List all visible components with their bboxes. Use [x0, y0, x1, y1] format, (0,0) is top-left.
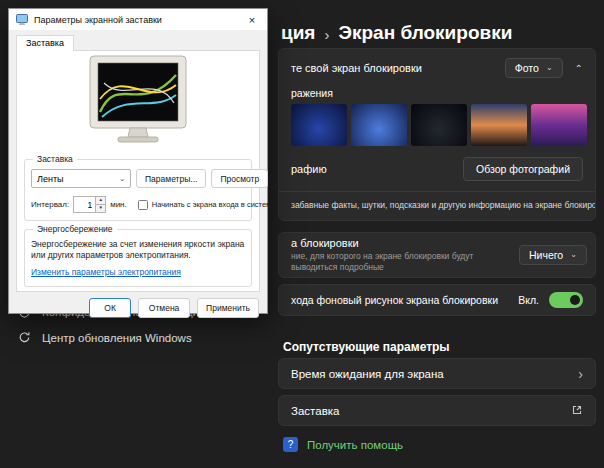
get-help-label: Получить помощь	[307, 439, 403, 451]
interval-row: Интервал: ▲ ▼ мин. Начинать с экрана вхо…	[31, 196, 245, 213]
chevron-right-icon: ›	[578, 366, 583, 382]
breadcrumb-parent[interactable]: ция	[281, 22, 315, 44]
energy-group-label: Энергосбережение	[33, 224, 117, 234]
signin-background-card: хода фоновый рисунок экрана блокировки В…	[278, 284, 596, 316]
screen-timeout-label: Время ожидания для экрана	[291, 368, 444, 380]
browse-photos-row: рафию Обзор фотографий	[279, 146, 595, 191]
spin-up-icon[interactable]: ▲	[96, 197, 105, 204]
fun-facts-label: забавные факты, шутки, подсказки и другу…	[279, 191, 595, 220]
interval-stepper[interactable]: ▲ ▼	[73, 196, 106, 213]
interval-input[interactable]	[73, 196, 95, 213]
chevron-down-icon: ⌄	[570, 251, 577, 259]
related-settings-heading: Сопутствующие параметры	[283, 340, 450, 354]
breadcrumb: ция › Экран блокировки	[281, 22, 512, 44]
screen-timeout-row[interactable]: Время ожидания для экрана ›	[278, 358, 596, 389]
personalize-lockscreen-card: те свой экран блокировки Фото ⌄ ⌃ ражени…	[278, 48, 596, 221]
screensaver-settings-button[interactable]: Параметры...	[136, 169, 206, 188]
lockscreen-status-subtitle: ние, для которого на экране блокировки б…	[291, 251, 519, 273]
lockscreen-thumbnail-sunset[interactable]	[471, 104, 527, 146]
close-icon: ×	[249, 14, 255, 26]
cancel-button[interactable]: Отмена	[138, 298, 190, 318]
toggle-state-label: Вкл.	[518, 294, 539, 306]
interval-unit-label: мин.	[110, 200, 127, 209]
lockscreen-status-text: а блокировки ние, для которого на экране…	[291, 237, 519, 273]
screensaver-settings-dialog: Параметры экранной заставки × Заставка	[8, 8, 268, 314]
toggle-knob	[570, 295, 580, 305]
dialog-title: Параметры экранной заставки	[34, 15, 162, 25]
logon-checkbox-label: Начинать с экрана входа в систему	[152, 200, 275, 209]
apply-button[interactable]: Применить	[197, 298, 259, 318]
dialog-footer: ОК Отмена Применить	[9, 292, 267, 323]
screensaver-select[interactable]: Ленты ⌄	[31, 169, 131, 188]
energy-group: Энергосбережение Энергосбережение за сче…	[24, 229, 252, 287]
update-icon	[18, 331, 31, 344]
background-mode-dropdown[interactable]: Фото ⌄	[505, 58, 563, 78]
screensaver-row-label: Заставка	[291, 405, 339, 417]
lockscreen-status-card: а блокировки ние, для которого на экране…	[278, 232, 596, 278]
monitor-icon	[16, 11, 28, 29]
signin-background-toggle[interactable]	[549, 292, 583, 308]
signin-background-label: хода фоновый рисунок экрана блокировки	[291, 294, 518, 306]
dialog-page: Заставка Ленты ⌄ Параметры... Просмотр И…	[16, 50, 260, 292]
personalize-title: те свой экран блокировки	[291, 62, 495, 74]
screensaver-preview-button[interactable]: Просмотр	[211, 169, 268, 188]
lockscreen-thumbnail-bloom-blue[interactable]	[351, 104, 407, 146]
lockscreen-thumbnail-purple-flow[interactable]	[531, 104, 587, 146]
tab-screensaver[interactable]: Заставка	[16, 35, 74, 51]
spin-down-icon[interactable]: ▼	[96, 204, 105, 212]
interval-label: Интервал:	[31, 200, 69, 209]
dialog-tabs: Заставка	[9, 30, 267, 50]
get-help-link[interactable]: ? Получить помощь	[283, 437, 403, 452]
interval-spin-buttons: ▲ ▼	[95, 196, 106, 213]
background-mode-value: Фото	[515, 62, 539, 74]
status-app-dropdown[interactable]: Ничего ⌄	[519, 245, 587, 265]
screensaver-controls-row: Ленты ⌄ Параметры... Просмотр	[31, 169, 245, 188]
logon-checkbox[interactable]	[138, 200, 148, 210]
choose-photo-label: рафию	[291, 163, 327, 175]
sidebar-item-label: Центр обновления Windows	[42, 332, 192, 344]
breadcrumb-separator-icon: ›	[324, 24, 329, 43]
screensaver-row[interactable]: Заставка	[278, 395, 596, 426]
energy-description: Энергосбережение за счет изменения яркос…	[31, 239, 245, 261]
ok-button[interactable]: ОК	[89, 298, 131, 318]
personalize-header: те свой экран блокировки Фото ⌄ ⌃	[279, 49, 595, 84]
chevron-down-icon: ⌄	[119, 175, 125, 183]
settings-app: ция › Экран блокировки те свой экран бло…	[0, 0, 604, 468]
sidebar-item-windows-update[interactable]: Центр обновления Windows	[8, 326, 270, 349]
screensaver-preview	[22, 55, 254, 151]
dialog-titlebar[interactable]: Параметры экранной заставки ×	[9, 9, 267, 30]
lockscreen-thumbnail-bloom-dark[interactable]	[291, 104, 347, 146]
screensaver-group: Заставка Ленты ⌄ Параметры... Просмотр И…	[24, 159, 252, 221]
get-help-icon: ?	[283, 437, 298, 452]
screensaver-group-label: Заставка	[33, 154, 77, 164]
page-title: Экран блокировки	[338, 22, 512, 44]
chevron-up-icon[interactable]: ⌃	[575, 63, 583, 74]
close-button[interactable]: ×	[237, 9, 267, 30]
screensaver-select-value: Ленты	[37, 174, 63, 184]
lockscreen-thumbnail-dark-abstract[interactable]	[411, 104, 467, 146]
recent-images	[279, 104, 595, 146]
chevron-down-icon: ⌄	[546, 64, 553, 72]
status-app-value: Ничего	[529, 249, 563, 261]
recent-images-label: ражения	[279, 84, 595, 104]
browse-photos-button[interactable]: Обзор фотографий	[463, 157, 583, 181]
power-settings-link[interactable]: Изменить параметры электропитания	[31, 267, 181, 277]
lockscreen-status-title: а блокировки	[291, 237, 519, 249]
external-link-icon	[571, 404, 583, 418]
